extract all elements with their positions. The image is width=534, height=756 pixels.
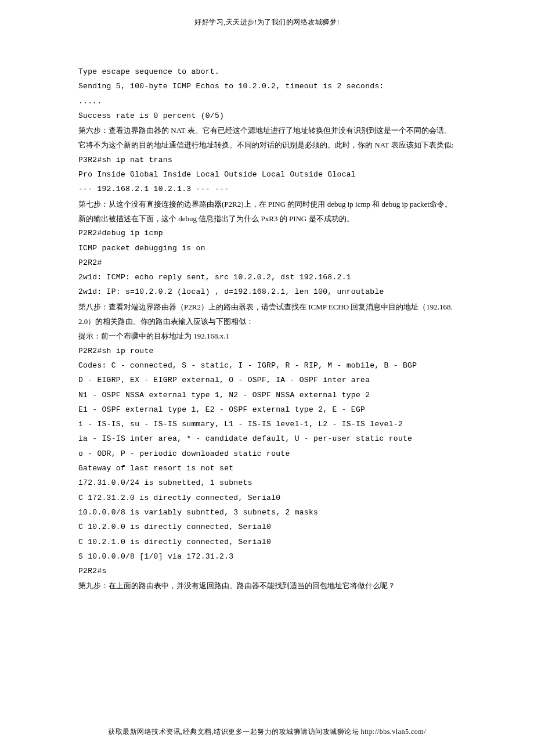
text-line: ICMP packet debugging is on <box>78 241 456 255</box>
step-6-text: 第六步：查看边界路由器的 NAT 表。它有已经这个源地址进行了地址转换但并没有识… <box>78 123 456 153</box>
text-line: P2R2# <box>78 255 456 270</box>
text-line: P2R2#debug ip icmp <box>78 226 456 240</box>
text-line: Type escape sequence to abort. <box>78 64 456 79</box>
page-header: 好好学习,天天进步!为了我们的网络攻城狮梦! <box>0 16 534 29</box>
text-line: Sending 5, 100-byte ICMP Echos to 10.2.0… <box>78 79 456 93</box>
text-line: 172.31.0.0/24 is subnetted, 1 subnets <box>78 476 456 490</box>
text-line: 10.0.0.0/8 is variably subntted, 3 subne… <box>78 505 456 520</box>
hint-text: 提示：前一个布骤中的目标地址为 192.168.x.1 <box>78 329 456 343</box>
text-line: P3R2#sh ip nat trans <box>78 153 456 167</box>
document-body: Type escape sequence to abort. Sending 5… <box>78 64 456 593</box>
text-line: C 10.2.0.0 is directly connected, Serial… <box>78 520 456 534</box>
text-line: N1 - OSPF NSSA external type 1, N2 - OSP… <box>78 388 456 402</box>
page-footer: 获取最新网络技术资讯,经典文档,结识更多一起努力的攻城狮请访问攻城狮论坛 htt… <box>0 725 534 739</box>
step-7-text: 第七步：从这个没有直接连接的边界路由器(P2R2)上，在 PING 的同时使用 … <box>78 197 456 226</box>
text-line: 2w1d: ICMP: echo reply sent, src 10.2.0.… <box>78 270 456 285</box>
step-9-text: 第九步：在上面的路由表中，并没有返回路由。路由器不能找到适当的回包地址它将做什么… <box>78 578 456 593</box>
text-line: i - IS-IS, su - IS-IS summary, L1 - IS-I… <box>78 417 456 431</box>
text-line: ia - IS-IS inter area, * - candidate def… <box>78 431 456 446</box>
text-line: C 172.31.2.0 is directly connected, Seri… <box>78 491 456 505</box>
text-line: Gateway of last resort is not set <box>78 461 456 476</box>
text-line: Codes: C - connected, S - static, I - IG… <box>78 358 456 373</box>
text-line: S 10.0.0.0/8 [1/0] via 172.31.2.3 <box>78 549 456 564</box>
footer-text: 获取最新网络技术资讯,经典文档,结识更多一起努力的攻城狮请访问攻城狮论坛 htt… <box>108 728 426 736</box>
step-8-text: 第八步：查看对端边界路由器（P2R2）上的路由器表，请尝试查找在 ICMP EC… <box>78 300 456 329</box>
text-line: P2R2#sh ip route <box>78 344 456 358</box>
text-line: --- 192.168.2.1 10.2.1.3 --- --- <box>78 182 456 196</box>
text-line: Pro Inside Global Inside Local Outside L… <box>78 167 456 182</box>
text-line: D - EIGRP, EX - EIGRP external, O - OSPF… <box>78 373 456 387</box>
text-line: o - ODR, P - periodic downloaded static … <box>78 447 456 461</box>
text-line: Success rate is 0 percent (0/5) <box>78 109 456 123</box>
text-line: C 10.2.1.0 is directly connected, Serial… <box>78 535 456 549</box>
text-line: 2w1d: IP: s=10.2.0.2 (local) , d=192.168… <box>78 285 456 299</box>
header-text: 好好学习,天天进步!为了我们的网络攻城狮梦! <box>194 18 340 26</box>
text-line: E1 - OSPF external type 1, E2 - OSPF ext… <box>78 402 456 417</box>
text-line: P2R2#s <box>78 564 456 578</box>
text-line: ..... <box>78 94 456 109</box>
